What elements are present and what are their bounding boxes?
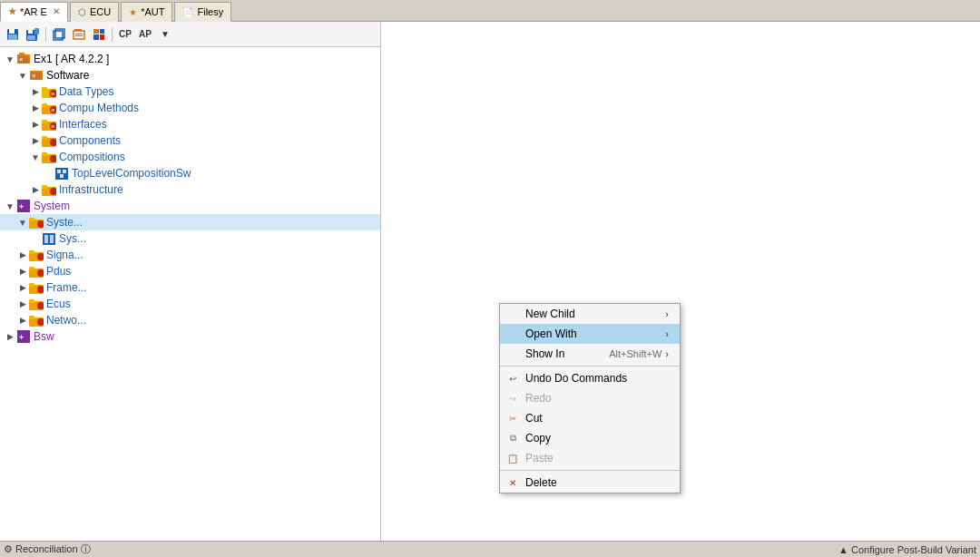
- copy-pkg-button[interactable]: [50, 25, 68, 44]
- cut-icon: ✂: [505, 411, 520, 425]
- svg-rect-41: [63, 170, 66, 173]
- svg-text:≡: ≡: [32, 73, 35, 79]
- folder-icon-netwo: [29, 314, 44, 327]
- tree-item-sys[interactable]: ▶ Sys...: [0, 230, 380, 247]
- tab-ar-e-close[interactable]: ✕: [53, 6, 60, 16]
- context-menu-cut[interactable]: ✂ Cut: [500, 408, 680, 428]
- tree-item-infrastructure[interactable]: ▶ Infrastructure: [0, 181, 380, 198]
- svg-rect-49: [29, 218, 34, 221]
- paste-icon: 📋: [505, 451, 520, 465]
- expand-syste[interactable]: ▼: [16, 218, 29, 228]
- expand-bsw[interactable]: ▶: [4, 332, 16, 341]
- folder-icon-infrastructure: [42, 183, 56, 196]
- tab-aut[interactable]: ★ *AUT: [121, 2, 172, 22]
- svg-rect-61: [29, 283, 34, 287]
- paste-label: Paste: [525, 452, 554, 464]
- expand-signa[interactable]: ▶: [16, 250, 29, 259]
- software-label: Software: [46, 69, 89, 82]
- cp-button[interactable]: CP: [116, 25, 134, 44]
- toplevel-label: TopLevelCompositionSw: [72, 167, 191, 180]
- expand-pdus[interactable]: ▶: [16, 267, 29, 276]
- tree-item-compositions[interactable]: ▼ Compositions: [0, 149, 380, 165]
- expand-netwo[interactable]: ▶: [16, 316, 29, 325]
- tab-ar-icon: ★: [8, 6, 16, 16]
- tab-filesy-icon: 📄: [182, 7, 193, 17]
- svg-rect-55: [29, 250, 34, 254]
- folder-icon-interfaces: ≡: [42, 118, 56, 131]
- context-menu-undo[interactable]: ↩ Undo Do Commands: [500, 368, 680, 388]
- show-in-arrow: ›: [665, 348, 669, 359]
- context-menu-new-child[interactable]: New Child ›: [500, 304, 680, 324]
- svg-rect-52: [44, 235, 48, 243]
- tree-item-software[interactable]: ▼ ≡ Software: [0, 67, 380, 83]
- toolbar: CP AP ▼: [0, 22, 380, 47]
- signa-label: Signa...: [46, 249, 83, 261]
- system-icon-bsw: +: [16, 330, 31, 343]
- new-child-label: New Child: [525, 308, 575, 320]
- tree-item-syste[interactable]: ▼ Syste...: [0, 214, 380, 230]
- system-label: System: [34, 200, 70, 212]
- svg-rect-64: [29, 299, 34, 303]
- tab-aut-icon: ★: [129, 7, 137, 17]
- expand-data-types[interactable]: ▶: [29, 87, 42, 96]
- expand-system[interactable]: ▼: [4, 201, 16, 211]
- tab-ar-e[interactable]: ★ *AR E ✕: [0, 2, 68, 22]
- tree-item-ex1[interactable]: ▼ ≡ Ex1 [ AR 4.2.2 ]: [0, 51, 380, 67]
- grid-button[interactable]: [90, 25, 108, 44]
- tree-item-pdus[interactable]: ▶ Pdus: [0, 263, 380, 279]
- context-menu-show-in[interactable]: Show In Alt+Shift+W ›: [500, 344, 680, 364]
- tree-item-system[interactable]: ▼ + System: [0, 198, 380, 214]
- context-menu: New Child › Open With › Show In Alt+Shif…: [499, 303, 681, 493]
- package-icon-ex1: ≡: [16, 53, 31, 65]
- compositions-label: Compositions: [59, 151, 125, 163]
- tree-item-netwo[interactable]: ▶ Netwo...: [0, 312, 380, 328]
- tree-item-frame[interactable]: ▶ Frame...: [0, 279, 380, 296]
- save-all-button[interactable]: [24, 25, 42, 44]
- context-menu-delete[interactable]: ✕ Delete: [500, 473, 680, 493]
- tree-item-interfaces[interactable]: ▶ ≡ Interfaces: [0, 116, 380, 132]
- svg-rect-4: [28, 30, 33, 34]
- redo-label: Redo: [525, 392, 552, 405]
- tree-item-bsw[interactable]: ▶ + Bsw: [0, 328, 380, 345]
- sys-label: Sys...: [59, 232, 86, 245]
- open-with-icon: [505, 327, 520, 341]
- data-types-label: Data Types: [59, 85, 113, 98]
- tree-item-ecus[interactable]: ▶ Ecus: [0, 296, 380, 312]
- expand-interfaces[interactable]: ▶: [29, 120, 42, 129]
- folder-icon-compositions: [42, 151, 56, 163]
- paste-pkg-button[interactable]: [70, 25, 88, 44]
- show-in-shortcut: Alt+Shift+W: [591, 348, 662, 359]
- svg-rect-37: [42, 152, 47, 156]
- svg-rect-67: [29, 316, 34, 319]
- save-button[interactable]: [4, 25, 22, 44]
- svg-rect-44: [42, 185, 47, 189]
- left-panel: CP AP ▼ ▼ ≡ Ex1 [ AR 4.2.2: [0, 22, 381, 541]
- tab-filesy[interactable]: 📄 Filesy: [174, 2, 231, 22]
- tree-area: ▼ ≡ Ex1 [ AR 4.2.2 ] ▼: [0, 47, 380, 541]
- bsw-label: Bsw: [34, 330, 54, 343]
- ecus-label: Ecus: [46, 298, 71, 310]
- tree-item-components[interactable]: ▶ Components: [0, 132, 380, 149]
- tree-item-signa[interactable]: ▶ Signa...: [0, 247, 380, 263]
- expand-compu-methods[interactable]: ▶: [29, 103, 42, 112]
- svg-text:≡: ≡: [51, 107, 54, 113]
- toolbar-dropdown[interactable]: ▼: [156, 25, 174, 44]
- expand-compositions[interactable]: ▼: [29, 152, 42, 162]
- context-menu-open-with[interactable]: Open With ›: [500, 324, 680, 344]
- context-menu-copy[interactable]: ⧉ Copy: [500, 428, 680, 448]
- undo-label: Undo Do Commands: [525, 372, 627, 385]
- tree-item-toplevel[interactable]: ▶ TopLevelCompositionSw: [0, 165, 380, 181]
- expand-ex1[interactable]: ▼: [4, 54, 16, 64]
- svg-text:≡: ≡: [19, 56, 23, 63]
- tab-ecu[interactable]: ⬡ ECU: [70, 2, 119, 22]
- folder-icon-ecus: [29, 298, 44, 310]
- ap-button[interactable]: AP: [136, 25, 154, 44]
- expand-frame[interactable]: ▶: [16, 283, 29, 292]
- expand-software[interactable]: ▼: [16, 71, 29, 81]
- new-child-icon: [505, 307, 520, 321]
- expand-ecus[interactable]: ▶: [16, 299, 29, 308]
- expand-infrastructure[interactable]: ▶: [29, 185, 42, 194]
- expand-components[interactable]: ▶: [29, 136, 42, 145]
- tree-item-compu-methods[interactable]: ▶ ≡ Compu Methods: [0, 100, 380, 116]
- tree-item-data-types[interactable]: ▶ ≡ Data Types: [0, 83, 380, 100]
